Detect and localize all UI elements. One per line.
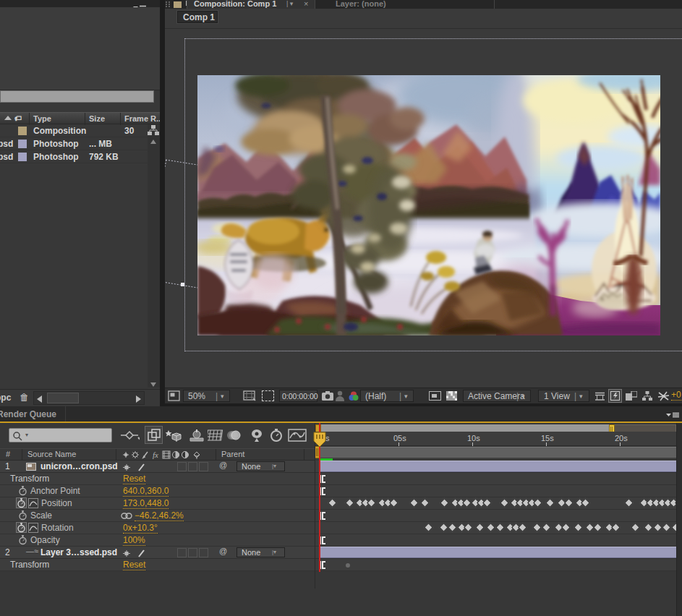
- svg-text:fx: fx: [153, 450, 158, 459]
